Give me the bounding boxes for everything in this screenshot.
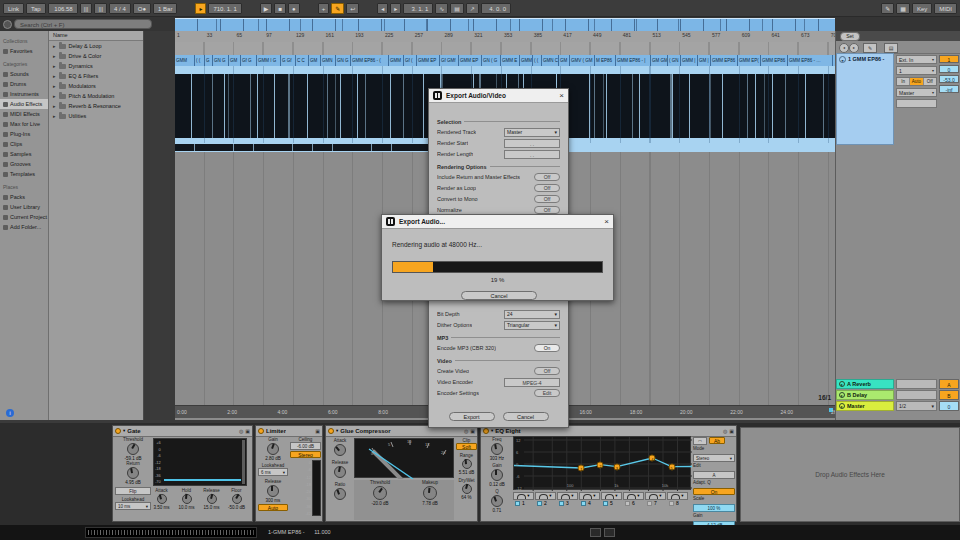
follow-button[interactable]: ▸	[195, 3, 206, 14]
gate-display[interactable]: +60-6-12-18-36-70	[153, 438, 247, 486]
knob[interactable]	[182, 494, 192, 504]
band-activator[interactable]	[581, 501, 586, 506]
return-track-chooser[interactable]	[896, 379, 937, 389]
filter-type-chooser[interactable]: ▾	[557, 492, 578, 500]
nudge-down-button[interactable]: |||	[80, 3, 93, 14]
toggle-button-create-video[interactable]: Off	[534, 367, 560, 375]
clip-segment[interactable]: GMM EP86	[711, 55, 738, 66]
clip-segment[interactable]: GM	[309, 55, 321, 66]
clip-segment[interactable]: GN G	[336, 55, 351, 66]
tempo-field[interactable]: 106.58	[48, 3, 78, 14]
clip-segment[interactable]: M EP86	[595, 55, 616, 66]
play-button[interactable]: ▶	[260, 3, 273, 14]
threshold-knob[interactable]	[127, 443, 139, 455]
toggle-button-render-as-loop[interactable]: Off	[534, 184, 560, 192]
sidechain-icon[interactable]: ◎	[239, 428, 243, 434]
fold-device-icon[interactable]: ▾	[123, 429, 125, 434]
threshold-knob[interactable]	[373, 486, 387, 500]
play-icon[interactable]: ▸	[839, 381, 845, 387]
browser-toggle-icon[interactable]	[3, 20, 12, 29]
filter-type-chooser[interactable]: ▾	[513, 492, 534, 500]
toggle-button-include-return-and-master-effects[interactable]: Off	[534, 173, 560, 181]
status-icon[interactable]	[604, 528, 615, 537]
browser-list-header[interactable]: Name	[49, 31, 143, 41]
folder-row-reverb-resonance[interactable]: ▸Reverb & Resonance	[49, 101, 143, 111]
clip-segment[interactable]: Gf (	[404, 55, 417, 66]
analyze-button[interactable]: Ab	[709, 437, 725, 444]
key-map-button[interactable]: Key	[912, 3, 932, 14]
volume-control[interactable]: -53.0	[939, 75, 959, 83]
nudge-up-button[interactable]: |||	[94, 3, 107, 14]
prev-cue-button[interactable]: ◂	[839, 43, 849, 53]
sidebar-item-instruments[interactable]: Instruments	[0, 89, 48, 99]
clip-segment[interactable]: GMM	[520, 55, 533, 66]
sidebar-item-samples[interactable]: Samples	[0, 149, 48, 159]
input-type-chooser[interactable]: Ext. In ▾	[896, 55, 937, 64]
clip-segment[interactable]: GMM EP(	[738, 55, 761, 66]
overdub-button[interactable]: +	[318, 3, 330, 14]
clip-segment[interactable]: GM |	[698, 55, 711, 66]
clip-segment[interactable]: GMN C	[542, 55, 559, 66]
loop-switch[interactable]: ▤	[450, 3, 464, 14]
sidebar-item-midi-effects[interactable]: MIDI Effects	[0, 109, 48, 119]
bar-quantize-menu[interactable]: 1 Bar	[153, 3, 177, 14]
folder-row-modulators[interactable]: ▸Modulators	[49, 81, 143, 91]
adaptq-button[interactable]: On	[693, 488, 735, 495]
eq-band-dot-3[interactable]: 3	[613, 463, 620, 470]
stereo-mode-button[interactable]: Stereo	[290, 451, 321, 458]
flip-button[interactable]: Flip	[115, 487, 151, 495]
toggle-button-convert-to-mono[interactable]: Off	[534, 195, 560, 203]
band-activator[interactable]	[603, 501, 608, 506]
band-activator[interactable]	[647, 501, 652, 506]
field-value[interactable]: . .	[504, 150, 560, 159]
tap-button[interactable]: Tap	[26, 3, 46, 14]
save-preset-icon[interactable]: ▣	[315, 428, 320, 434]
punch-in-button[interactable]: ◂	[377, 3, 388, 14]
save-preset-icon[interactable]: ▣	[729, 428, 734, 434]
lookahead-chooser[interactable]: 10 ms ▾	[115, 502, 151, 510]
release-knob[interactable]	[267, 485, 279, 497]
lock-envelopes-button[interactable]: ▤	[884, 43, 898, 53]
output-chooser[interactable]: Master ▾	[896, 88, 937, 97]
record-button[interactable]: ●	[288, 3, 300, 14]
field-value[interactable]: MPEG-4	[504, 378, 560, 387]
device-power-icon[interactable]	[328, 428, 334, 434]
field-dropdown[interactable]: Triangular▾	[504, 321, 560, 330]
filter-type-chooser[interactable]: ▾	[623, 492, 644, 500]
sidebar-item-plug-ins[interactable]: Plug-Ins	[0, 129, 48, 139]
clip-segment[interactable]: Gf G	[241, 55, 257, 66]
scale-control[interactable]: 100 %	[693, 504, 735, 512]
folder-row-utilities[interactable]: ▸Utilities	[49, 111, 143, 121]
automation-arm-button[interactable]: ✎	[331, 3, 344, 14]
arrangement-position-field[interactable]: 710. 1. 1	[208, 3, 241, 14]
folder-row-dynamics[interactable]: ▸Dynamics	[49, 61, 143, 71]
clip-segment[interactable]: G	[205, 55, 213, 66]
gate-display-scrollbar[interactable]	[242, 440, 245, 484]
attack-knob[interactable]	[334, 444, 346, 456]
dialog-titlebar[interactable]: Export Audio/Video ×	[429, 89, 568, 103]
device-power-icon[interactable]	[115, 428, 121, 434]
toggle-button-normalize[interactable]: Off	[534, 206, 560, 214]
automation-button[interactable]: ✎	[863, 43, 877, 53]
save-preset-icon[interactable]: ▣	[245, 428, 250, 434]
clip-segment[interactable]: GM GM	[651, 55, 668, 66]
sidebar-item-user-library[interactable]: User Library	[0, 202, 48, 212]
time-signature-field[interactable]: 4 / 4	[109, 3, 131, 14]
soft-clip-button[interactable]: Soft	[456, 443, 477, 450]
sidebar-item-add-folder[interactable]: Add Folder...	[0, 222, 48, 232]
gate-header[interactable]: ▾ Gate ◎▣	[113, 426, 252, 437]
punch-out-button[interactable]: ▸	[390, 3, 401, 14]
set-locator-button[interactable]: Set	[840, 32, 860, 41]
gate-threshold-line[interactable]	[164, 479, 241, 481]
limiter-header[interactable]: Limiter ▣	[256, 426, 322, 437]
sidebar-item-sounds[interactable]: Sounds	[0, 69, 48, 79]
clip-segment[interactable]: GMM |	[681, 55, 698, 66]
draw-mode-button[interactable]: ✎	[881, 3, 894, 14]
fold-track-icon[interactable]: ▾	[839, 56, 846, 63]
knob[interactable]	[207, 494, 217, 504]
clip-segment[interactable]: ( (	[533, 55, 542, 66]
dialog-titlebar[interactable]: Export Audio... ×	[382, 215, 613, 229]
clip-segment[interactable]: GMM EP86 - …	[788, 55, 833, 66]
sidebar-item-max-for-live[interactable]: Max for Live	[0, 119, 48, 129]
sidebar-item-drums[interactable]: Drums	[0, 79, 48, 89]
